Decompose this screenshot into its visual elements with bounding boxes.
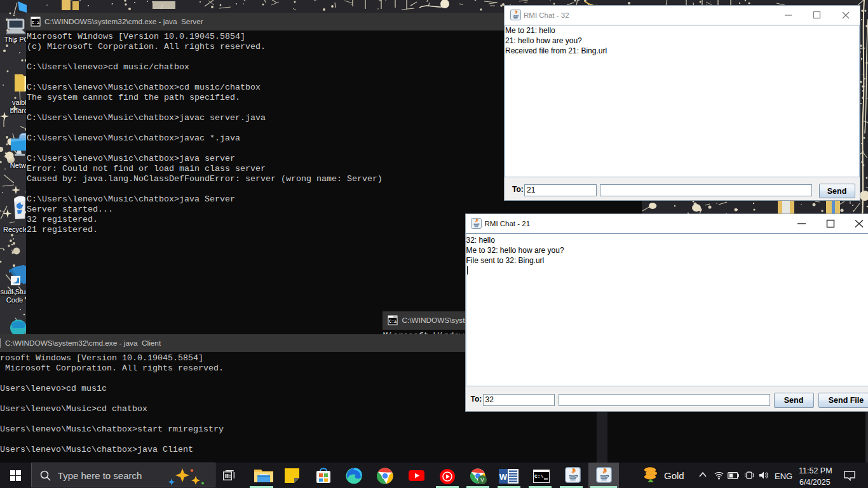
svg-text:V: V <box>480 477 484 483</box>
svg-text:W: W <box>499 472 508 482</box>
svg-text:C:\: C:\ <box>32 20 40 25</box>
svg-text:C:\: C:\ <box>389 319 397 324</box>
svg-text:C:\: C:\ <box>534 473 544 479</box>
